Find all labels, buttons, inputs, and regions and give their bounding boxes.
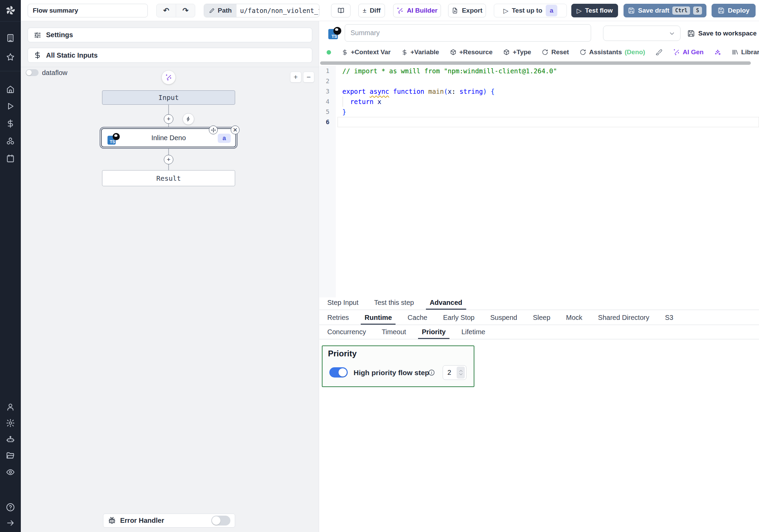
add-context-var-button[interactable]: +Context Var	[342, 48, 391, 56]
dataflow-toggle[interactable]	[26, 69, 39, 76]
save-icon	[628, 7, 635, 14]
runs-play-icon[interactable]	[6, 102, 15, 111]
zoom-in-button[interactable]: +	[290, 72, 301, 83]
code-line-3[interactable]: 3export async function main(x: string) {	[319, 86, 759, 97]
error-handler-toggle[interactable]	[211, 516, 230, 526]
ai-gen-button[interactable]: AI Gen	[673, 48, 703, 56]
worker-tag-select[interactable]	[603, 26, 681, 41]
all-static-inputs-card[interactable]: All Static Inputs	[28, 48, 312, 63]
docs-book-button[interactable]	[331, 4, 350, 17]
tab-early-stop[interactable]: Early Stop	[439, 312, 478, 325]
home-icon[interactable]	[6, 85, 15, 94]
path-label: Path	[218, 7, 232, 14]
library-button[interactable]: Library	[732, 48, 759, 56]
reset-button[interactable]: Reset	[542, 48, 569, 56]
step-detail-tabs: Step InputTest this stepAdvanced	[319, 297, 759, 310]
deploy-button[interactable]: Deploy	[712, 4, 756, 17]
format-brush-button[interactable]	[656, 49, 662, 56]
delete-step-button[interactable]: ✕	[231, 125, 240, 134]
toolbar-scrollbar[interactable]	[320, 61, 751, 65]
settings-gear-icon[interactable]	[6, 418, 15, 428]
users-icon[interactable]	[6, 402, 15, 412]
save-to-workspace-button[interactable]: Save to workspace	[687, 28, 757, 39]
tab-runtime[interactable]: Runtime	[361, 312, 396, 325]
number-stepper[interactable]	[457, 367, 465, 379]
test-up-to-button[interactable]: ▷ Test up to a	[494, 4, 567, 17]
code-line-6[interactable]: 6	[319, 117, 759, 127]
tab-sleep[interactable]: Sleep	[529, 312, 554, 325]
tab-mock[interactable]: Mock	[562, 312, 586, 325]
path-value: u/faton/non_violent_flow	[240, 7, 319, 14]
redo-button[interactable]: ↷	[176, 4, 195, 17]
workspace-icon[interactable]	[6, 33, 15, 43]
priority-number-input[interactable]	[443, 369, 455, 376]
favorites-star-icon[interactable]	[6, 53, 15, 62]
code-editor[interactable]: 1// import * as wmill from "npm:windmill…	[319, 66, 759, 127]
tab-timeout[interactable]: Timeout	[378, 326, 410, 339]
bug-icon	[108, 517, 116, 525]
sparkles-button[interactable]	[714, 49, 721, 56]
step-id-badge: a	[218, 134, 231, 143]
diff-button[interactable]: ± Diff	[358, 4, 385, 17]
tab-advanced[interactable]: Advanced	[426, 297, 466, 310]
zoom-out-button[interactable]: −	[303, 72, 314, 83]
tab-step-input[interactable]: Step Input	[324, 297, 362, 310]
tab-test-this-step[interactable]: Test this step	[370, 297, 418, 310]
save-icon	[718, 7, 725, 14]
library-icon	[732, 49, 739, 56]
tab-lifetime[interactable]: Lifetime	[458, 326, 489, 339]
tab-suspend[interactable]: Suspend	[486, 312, 521, 325]
variables-dollar-icon[interactable]	[6, 119, 15, 128]
flow-summary-input[interactable]	[28, 4, 148, 17]
add-type-button[interactable]: +Type	[503, 48, 531, 56]
flow-input-node[interactable]: Input	[102, 90, 235, 105]
edit-path-button[interactable]: Path	[204, 4, 237, 17]
dollar-icon	[342, 49, 348, 56]
schedules-calendar-icon[interactable]	[6, 154, 15, 163]
workers-robot-icon[interactable]	[6, 435, 15, 444]
code-line-5[interactable]: 5}	[319, 107, 759, 117]
priority-panel: Priority High priority flow step	[322, 345, 474, 387]
code-line-1[interactable]: 1// import * as wmill from "npm:windmill…	[319, 66, 759, 76]
top-toolbar: ↶ ↷ Path u/faton/non_violent_flow ± Diff…	[21, 0, 759, 21]
typescript-deno-icon: TS	[108, 133, 120, 145]
line-number: 4	[319, 97, 336, 107]
ai-flow-wand-button[interactable]	[162, 71, 175, 84]
path-value-field[interactable]: u/faton/non_violent_flow	[237, 4, 319, 17]
info-icon[interactable]	[428, 369, 435, 376]
tab-s3[interactable]: S3	[661, 312, 677, 325]
high-priority-toggle[interactable]	[329, 367, 348, 378]
tab-concurrency[interactable]: Concurrency	[324, 326, 370, 339]
tab-retries[interactable]: Retries	[324, 312, 353, 325]
expand-arrow-icon[interactable]	[6, 518, 15, 528]
add-resource-button[interactable]: +Resource	[450, 48, 493, 56]
code-line-2[interactable]: 2	[319, 76, 759, 86]
ai-builder-button[interactable]: AI Builder	[393, 4, 441, 17]
flow-settings-card[interactable]: Settings	[28, 28, 312, 42]
bolt-icon	[186, 116, 191, 122]
tab-cache[interactable]: Cache	[404, 312, 431, 325]
audit-eye-icon[interactable]	[6, 468, 15, 477]
add-trigger-bolt-button[interactable]	[183, 113, 194, 125]
add-step-button[interactable]: +	[164, 114, 173, 124]
divider	[21, 67, 319, 67]
test-flow-button[interactable]: ▷ Test flow	[571, 4, 618, 17]
assistants-button[interactable]: Assistants (Deno)	[579, 48, 645, 56]
folders-icon[interactable]	[6, 451, 15, 460]
export-button[interactable]: Export	[448, 4, 486, 17]
tab-shared-directory[interactable]: Shared Directory	[594, 312, 653, 325]
step-summary-input[interactable]	[345, 24, 591, 42]
error-handler-card[interactable]: Error Handler	[103, 514, 235, 528]
help-icon[interactable]	[6, 503, 15, 512]
resources-icon[interactable]	[6, 136, 15, 146]
save-draft-button[interactable]: Save draft Ctrl S	[624, 4, 706, 17]
add-step-button[interactable]: +	[164, 155, 173, 164]
tab-priority[interactable]: Priority	[418, 326, 449, 339]
undo-button[interactable]: ↶	[157, 4, 176, 17]
code-line-4[interactable]: 4 return x	[319, 97, 759, 107]
flow-result-node[interactable]: Result	[102, 170, 235, 186]
rotate-icon	[579, 49, 586, 56]
add-variable-button[interactable]: +Variable	[401, 48, 439, 56]
windmill-logo-icon[interactable]	[4, 4, 16, 16]
move-step-button[interactable]	[209, 125, 218, 134]
